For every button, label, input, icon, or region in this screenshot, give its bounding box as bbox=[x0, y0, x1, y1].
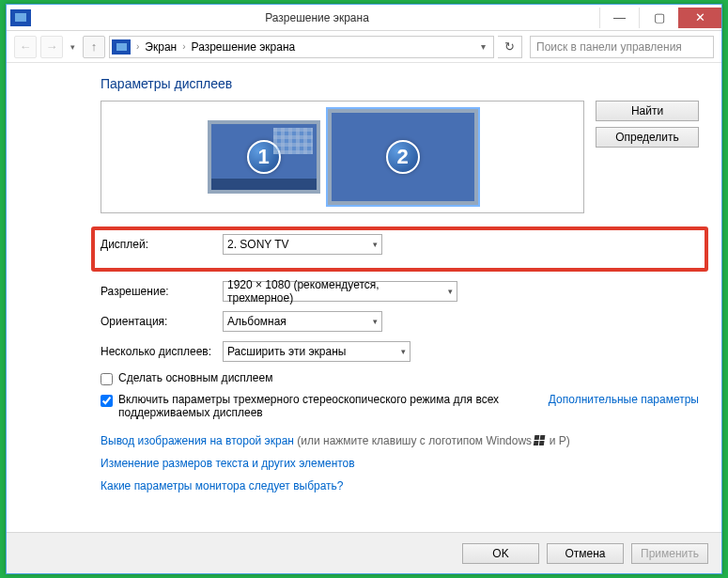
titlebar: Разрешение экрана — ▢ ✕ bbox=[7, 5, 721, 31]
chevron-down-icon: ▾ bbox=[442, 287, 453, 296]
advanced-link[interactable]: Дополнительные параметры bbox=[549, 393, 699, 406]
multiple-displays-label: Несколько дисплеев: bbox=[101, 345, 223, 358]
apply-button[interactable]: Применить bbox=[631, 543, 708, 564]
breadcrumb-item[interactable]: Экран bbox=[141, 40, 180, 54]
display-preview[interactable]: 1 2 bbox=[101, 101, 584, 213]
display-value: 2. SONY TV bbox=[227, 238, 289, 251]
system-icon[interactable] bbox=[10, 9, 31, 26]
resolution-label: Разрешение: bbox=[101, 285, 223, 298]
make-main-label: Сделать основным дисплеем bbox=[118, 371, 272, 384]
monitor-number: 2 bbox=[386, 140, 420, 174]
textsize-link[interactable]: Изменение размеров текста и других элеме… bbox=[101, 457, 355, 470]
chevron-right-icon: › bbox=[134, 41, 141, 52]
make-main-checkbox[interactable] bbox=[101, 373, 113, 385]
search-input[interactable]: Поиск в панели управления bbox=[530, 36, 714, 58]
monitor-1[interactable]: 1 bbox=[208, 120, 320, 194]
refresh-button[interactable]: ↻ bbox=[498, 36, 522, 58]
window: Разрешение экрана — ▢ ✕ ← → ▾ ↑ › Экран … bbox=[6, 4, 722, 574]
history-dropdown-icon[interactable]: ▾ bbox=[67, 42, 79, 52]
chevron-down-icon: ▾ bbox=[395, 347, 406, 356]
chevron-down-icon: ▾ bbox=[367, 317, 378, 326]
monitor-grid-icon bbox=[273, 128, 313, 154]
footer: OK Отмена Применить bbox=[7, 532, 721, 573]
search-placeholder: Поиск в панели управления bbox=[536, 40, 682, 54]
orientation-label: Ориентация: bbox=[101, 315, 223, 328]
address-bar[interactable]: › Экран › Разрешение экрана ▾ bbox=[109, 36, 494, 58]
back-button[interactable]: ← bbox=[14, 36, 37, 58]
maximize-button[interactable]: ▢ bbox=[639, 8, 678, 28]
stereo-label: Включить параметры трехмерного стереоско… bbox=[118, 393, 532, 419]
stereo-checkbox[interactable] bbox=[101, 395, 113, 407]
identify-button[interactable]: Определить bbox=[596, 127, 699, 148]
control-panel-icon bbox=[112, 39, 131, 55]
multiple-displays-value: Расширить эти экраны bbox=[227, 345, 346, 358]
display-select[interactable]: 2. SONY TV ▾ bbox=[223, 234, 382, 255]
window-title: Разрешение экрана bbox=[35, 11, 599, 24]
projector-link[interactable]: Вывод изображения на второй экран bbox=[101, 434, 294, 447]
projector-hint: (или нажмите клавишу с логотипом Windows bbox=[294, 434, 534, 447]
monitor-2[interactable]: 2 bbox=[328, 109, 478, 205]
highlight-box: Дисплей: 2. SONY TV ▾ bbox=[91, 227, 708, 272]
chevron-down-icon: ▾ bbox=[367, 240, 378, 249]
page-heading: Параметры дисплеев bbox=[101, 76, 699, 91]
resolution-value: 1920 × 1080 (рекомендуется, трехмерное) bbox=[227, 278, 442, 305]
up-button[interactable]: ↑ bbox=[83, 36, 105, 58]
close-button[interactable]: ✕ bbox=[678, 8, 721, 28]
monitor-taskbar bbox=[211, 179, 317, 190]
forward-button[interactable]: → bbox=[40, 36, 63, 58]
orientation-select[interactable]: Альбомная ▾ bbox=[223, 311, 382, 332]
display-label: Дисплей: bbox=[101, 238, 223, 251]
address-dropdown-icon[interactable]: ▾ bbox=[474, 41, 491, 52]
breadcrumb-item[interactable]: Разрешение экрана bbox=[188, 40, 300, 54]
which-monitor-link[interactable]: Какие параметры монитора следует выбрать… bbox=[101, 479, 344, 492]
projector-hint-tail: и P) bbox=[546, 434, 569, 447]
chevron-right-icon: › bbox=[180, 41, 187, 52]
orientation-value: Альбомная bbox=[227, 315, 287, 328]
minimize-button[interactable]: — bbox=[599, 8, 639, 28]
content-area: Параметры дисплеев 1 2 Найти Определить … bbox=[7, 63, 721, 492]
windows-logo-icon bbox=[534, 435, 546, 445]
multiple-displays-select[interactable]: Расширить эти экраны ▾ bbox=[223, 341, 410, 362]
nav-toolbar: ← → ▾ ↑ › Экран › Разрешение экрана ▾ ↻ … bbox=[7, 31, 721, 63]
resolution-select[interactable]: 1920 × 1080 (рекомендуется, трехмерное) … bbox=[223, 281, 457, 302]
ok-button[interactable]: OK bbox=[462, 543, 539, 564]
cancel-button[interactable]: Отмена bbox=[547, 543, 624, 564]
find-button[interactable]: Найти bbox=[596, 101, 699, 121]
